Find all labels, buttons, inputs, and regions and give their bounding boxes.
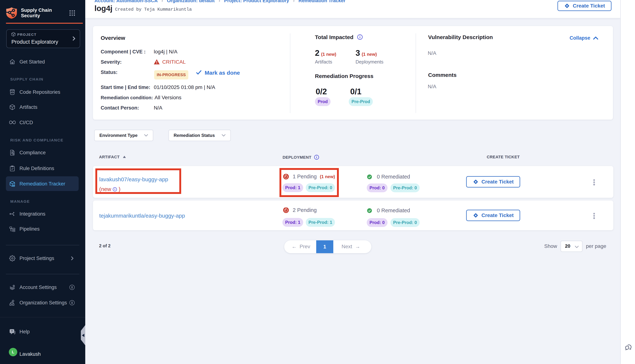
svg-text:?: ? [11, 330, 13, 333]
